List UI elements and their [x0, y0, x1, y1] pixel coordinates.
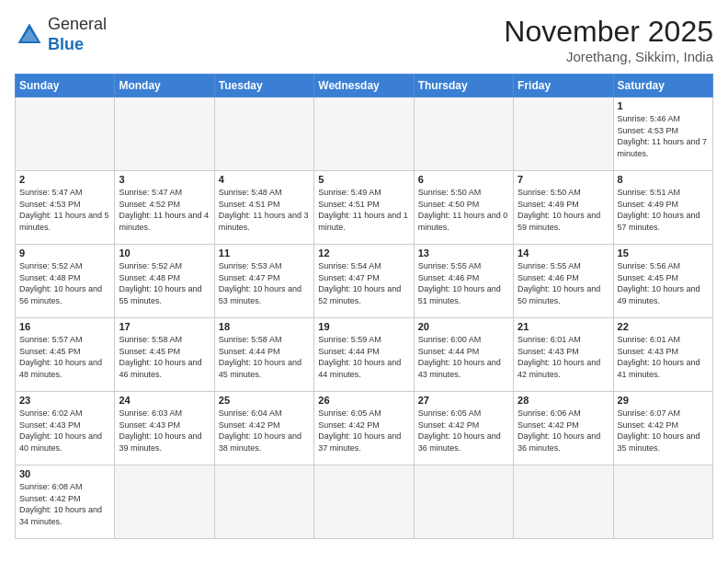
day-info: Sunrise: 5:51 AM Sunset: 4:49 PM Dayligh…	[618, 187, 709, 233]
calendar-subtitle: Jorethang, Sikkim, India	[504, 49, 713, 64]
calendar-cell	[16, 98, 115, 171]
day-number: 24	[119, 395, 210, 406]
day-number: 20	[418, 321, 509, 332]
day-info: Sunrise: 5:48 AM Sunset: 4:51 PM Dayligh…	[219, 187, 310, 233]
day-number: 17	[119, 321, 210, 332]
day-info: Sunrise: 6:08 AM Sunset: 4:42 PM Dayligh…	[19, 481, 110, 527]
day-info: Sunrise: 5:49 AM Sunset: 4:51 PM Dayligh…	[318, 187, 409, 233]
calendar-cell	[214, 98, 313, 171]
calendar-cell: 29Sunrise: 6:07 AM Sunset: 4:42 PM Dayli…	[613, 392, 712, 465]
calendar-cell: 12Sunrise: 5:54 AM Sunset: 4:47 PM Dayli…	[314, 245, 414, 318]
day-info: Sunrise: 5:54 AM Sunset: 4:47 PM Dayligh…	[318, 260, 409, 306]
calendar-cell	[514, 98, 613, 171]
weekday-saturday: Saturday	[613, 75, 712, 98]
calendar-cell: 10Sunrise: 5:52 AM Sunset: 4:48 PM Dayli…	[115, 245, 214, 318]
calendar-cell	[115, 98, 214, 171]
calendar-cell: 18Sunrise: 5:58 AM Sunset: 4:44 PM Dayli…	[214, 318, 313, 392]
calendar-cell: 4Sunrise: 5:48 AM Sunset: 4:51 PM Daylig…	[214, 171, 313, 245]
weekday-header-row: SundayMondayTuesdayWednesdayThursdayFrid…	[16, 75, 713, 98]
calendar-cell	[613, 465, 712, 539]
calendar-cell: 1Sunrise: 5:46 AM Sunset: 4:53 PM Daylig…	[613, 98, 712, 171]
calendar-cell	[314, 98, 414, 171]
day-number: 27	[418, 395, 509, 406]
logo-text: General Blue	[48, 15, 107, 54]
calendar-cell: 2Sunrise: 5:47 AM Sunset: 4:53 PM Daylig…	[16, 171, 115, 245]
day-number: 14	[518, 247, 609, 259]
calendar-cell: 25Sunrise: 6:04 AM Sunset: 4:42 PM Dayli…	[214, 392, 313, 465]
day-number: 5	[318, 174, 409, 185]
day-info: Sunrise: 5:58 AM Sunset: 4:44 PM Dayligh…	[219, 334, 310, 380]
calendar-cell: 11Sunrise: 5:53 AM Sunset: 4:47 PM Dayli…	[214, 245, 313, 318]
day-info: Sunrise: 5:57 AM Sunset: 4:45 PM Dayligh…	[19, 334, 110, 380]
day-number: 12	[318, 247, 409, 259]
day-info: Sunrise: 6:03 AM Sunset: 4:43 PM Dayligh…	[119, 408, 210, 454]
day-info: Sunrise: 5:58 AM Sunset: 4:45 PM Dayligh…	[119, 334, 210, 380]
logo-general: General	[48, 15, 107, 33]
day-number: 28	[518, 395, 609, 406]
calendar-cell	[514, 465, 613, 539]
day-info: Sunrise: 6:01 AM Sunset: 4:43 PM Dayligh…	[518, 334, 609, 380]
day-info: Sunrise: 5:50 AM Sunset: 4:50 PM Dayligh…	[418, 187, 509, 233]
calendar-cell: 16Sunrise: 5:57 AM Sunset: 4:45 PM Dayli…	[16, 318, 115, 392]
logo-blue: Blue	[48, 35, 84, 53]
day-info: Sunrise: 5:47 AM Sunset: 4:53 PM Dayligh…	[19, 187, 110, 233]
day-info: Sunrise: 5:47 AM Sunset: 4:52 PM Dayligh…	[119, 187, 210, 233]
calendar-cell: 20Sunrise: 6:00 AM Sunset: 4:44 PM Dayli…	[414, 318, 513, 392]
weekday-thursday: Thursday	[414, 75, 513, 98]
day-number: 4	[219, 174, 310, 185]
calendar-week-row: 23Sunrise: 6:02 AM Sunset: 4:43 PM Dayli…	[16, 392, 713, 465]
day-number: 1	[618, 100, 709, 111]
day-info: Sunrise: 5:55 AM Sunset: 4:46 PM Dayligh…	[518, 260, 609, 306]
weekday-tuesday: Tuesday	[214, 75, 313, 98]
day-info: Sunrise: 5:50 AM Sunset: 4:49 PM Dayligh…	[518, 187, 609, 233]
weekday-monday: Monday	[115, 75, 214, 98]
calendar-cell: 8Sunrise: 5:51 AM Sunset: 4:49 PM Daylig…	[613, 171, 712, 245]
day-number: 9	[19, 247, 110, 259]
title-block: November 2025 Jorethang, Sikkim, India	[504, 15, 713, 64]
day-info: Sunrise: 5:46 AM Sunset: 4:53 PM Dayligh…	[618, 113, 709, 159]
day-number: 29	[618, 395, 709, 406]
day-number: 19	[318, 321, 409, 332]
calendar-cell: 22Sunrise: 6:01 AM Sunset: 4:43 PM Dayli…	[613, 318, 712, 392]
day-info: Sunrise: 5:56 AM Sunset: 4:45 PM Dayligh…	[618, 260, 709, 306]
day-number: 2	[19, 174, 110, 185]
page-header: General Blue November 2025 Jorethang, Si…	[15, 15, 713, 64]
day-number: 8	[618, 174, 709, 185]
day-info: Sunrise: 5:59 AM Sunset: 4:44 PM Dayligh…	[318, 334, 409, 380]
calendar-cell	[414, 465, 513, 539]
day-info: Sunrise: 6:04 AM Sunset: 4:42 PM Dayligh…	[219, 408, 310, 454]
calendar-cell: 13Sunrise: 5:55 AM Sunset: 4:46 PM Dayli…	[414, 245, 513, 318]
calendar-week-row: 2Sunrise: 5:47 AM Sunset: 4:53 PM Daylig…	[16, 171, 713, 245]
calendar-cell	[214, 465, 313, 539]
calendar-week-row: 16Sunrise: 5:57 AM Sunset: 4:45 PM Dayli…	[16, 318, 713, 392]
calendar-cell: 9Sunrise: 5:52 AM Sunset: 4:48 PM Daylig…	[16, 245, 115, 318]
calendar-cell	[414, 98, 513, 171]
calendar-cell: 27Sunrise: 6:05 AM Sunset: 4:42 PM Dayli…	[414, 392, 513, 465]
weekday-friday: Friday	[514, 75, 613, 98]
calendar-cell	[115, 465, 214, 539]
calendar-cell: 7Sunrise: 5:50 AM Sunset: 4:49 PM Daylig…	[514, 171, 613, 245]
day-info: Sunrise: 5:55 AM Sunset: 4:46 PM Dayligh…	[418, 260, 509, 306]
day-number: 11	[219, 247, 310, 259]
calendar-week-row: 1Sunrise: 5:46 AM Sunset: 4:53 PM Daylig…	[16, 98, 713, 171]
weekday-sunday: Sunday	[16, 75, 115, 98]
day-info: Sunrise: 5:52 AM Sunset: 4:48 PM Dayligh…	[119, 260, 210, 306]
day-info: Sunrise: 6:02 AM Sunset: 4:43 PM Dayligh…	[19, 408, 110, 454]
weekday-wednesday: Wednesday	[314, 75, 414, 98]
calendar-table: SundayMondayTuesdayWednesdayThursdayFrid…	[15, 74, 713, 539]
day-info: Sunrise: 6:05 AM Sunset: 4:42 PM Dayligh…	[418, 408, 509, 454]
calendar-title: November 2025	[504, 15, 713, 49]
calendar-cell: 26Sunrise: 6:05 AM Sunset: 4:42 PM Dayli…	[314, 392, 414, 465]
calendar-cell: 15Sunrise: 5:56 AM Sunset: 4:45 PM Dayli…	[613, 245, 712, 318]
calendar-cell: 30Sunrise: 6:08 AM Sunset: 4:42 PM Dayli…	[16, 465, 115, 539]
calendar-cell: 24Sunrise: 6:03 AM Sunset: 4:43 PM Dayli…	[115, 392, 214, 465]
day-info: Sunrise: 6:06 AM Sunset: 4:42 PM Dayligh…	[518, 408, 609, 454]
day-info: Sunrise: 5:52 AM Sunset: 4:48 PM Dayligh…	[19, 260, 110, 306]
calendar-cell: 23Sunrise: 6:02 AM Sunset: 4:43 PM Dayli…	[16, 392, 115, 465]
day-number: 23	[19, 395, 110, 406]
day-info: Sunrise: 6:07 AM Sunset: 4:42 PM Dayligh…	[618, 408, 709, 454]
day-number: 26	[318, 395, 409, 406]
day-number: 6	[418, 174, 509, 185]
day-number: 25	[219, 395, 310, 406]
calendar-week-row: 30Sunrise: 6:08 AM Sunset: 4:42 PM Dayli…	[16, 465, 713, 539]
